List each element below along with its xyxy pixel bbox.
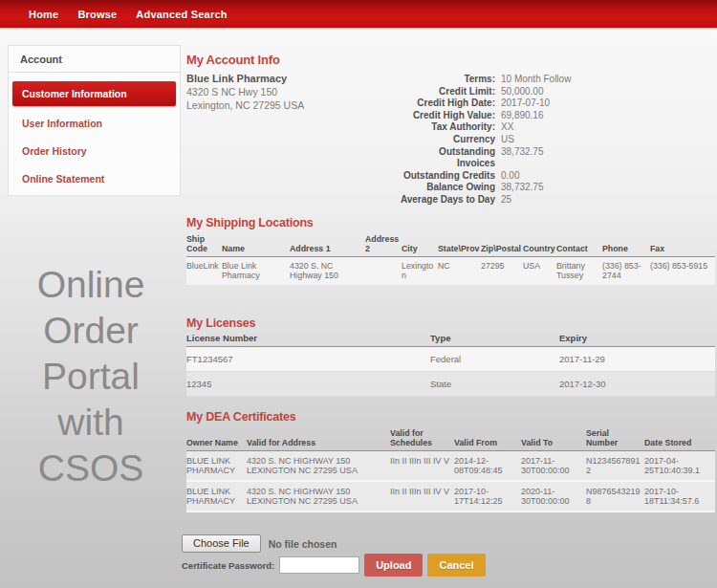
shipping-column-header: Name xyxy=(222,232,290,257)
cell-license-number: FT1234567 xyxy=(186,347,430,372)
account-field-value: 38,732.75 xyxy=(501,146,544,170)
account-field-row: Credit High Value: 69,890.16 xyxy=(400,110,653,122)
shipping-column-header: Zip\Postal xyxy=(481,232,523,257)
shipping-column-header: Contact xyxy=(556,232,602,257)
account-field-value: 69,890.16 xyxy=(501,110,544,122)
file-upload-row: Choose File No file chosen xyxy=(182,534,337,553)
table-row: FT1234567 Federal 2017-11-29 xyxy=(186,347,715,372)
cell-valid-address: 4320 S. NC HIGHWAY 150 LEXINGTON NC 2729… xyxy=(247,481,390,512)
licenses-table: License NumberTypeExpiry FT1234567 Feder… xyxy=(186,331,715,397)
account-field-row: Currency US xyxy=(400,134,653,146)
account-field-row: Terms: 10 Month Follow xyxy=(400,74,653,86)
account-field-label: Credit Limit: xyxy=(400,86,495,98)
account-field-label: Average Days to Day xyxy=(400,194,495,207)
account-field-row: Outstanding Credits 0.00 xyxy=(400,170,653,183)
shipping-column-header: Address 1 xyxy=(290,232,365,257)
account-field-row: Credit Limit: 50,000.00 xyxy=(400,86,653,98)
dea-column-header: Valid for Address xyxy=(247,426,390,451)
sidebar-items: Customer InformationUser InformationOrde… xyxy=(9,73,180,189)
dea-column-header: Date Stored xyxy=(644,426,715,451)
sidebar-title: Account xyxy=(9,46,180,73)
account-info-title: My Account Info xyxy=(186,53,280,67)
cell-valid-schedules: IIn II IIIn III IV V xyxy=(390,451,454,482)
account-fields: Terms: 10 Month Follow Credit Limit: 50,… xyxy=(400,74,653,207)
cell-license-expiry: 2017-12-30 xyxy=(559,372,715,397)
watermark-line: CSOS xyxy=(5,446,177,491)
shipping-header-row: Ship CodeNameAddress 1Address 2CityState… xyxy=(186,232,715,257)
cell-valid-schedules: IIn II IIIn III IV V xyxy=(390,481,454,512)
account-field-label: Outstanding Invoices xyxy=(400,146,495,170)
sidebar-item[interactable]: Customer Information xyxy=(12,81,176,106)
company-address-line1: 4320 S NC Hwy 150 xyxy=(186,85,304,98)
dea-column-header: Serial Number xyxy=(586,426,644,451)
cell-valid-address: 4320 S. NC HIGHWAY 150 LEXINGTON NC 2729… xyxy=(247,451,390,482)
sidebar-item[interactable]: Order History xyxy=(12,141,176,162)
dea-column-header: Owner Name xyxy=(186,426,247,451)
company-address-line2: Lexington, NC 27295 USA xyxy=(186,98,304,112)
cell-serial-number: N98765432198 xyxy=(586,481,644,512)
table-row: 12345 State 2017-12-30 xyxy=(186,372,715,397)
shipping-column-header: Country xyxy=(523,232,556,257)
shipping-column-header: Address 2 xyxy=(365,232,402,257)
dea-certificates-title: My DEA Certificates xyxy=(186,410,296,424)
dea-column-header: Valid for Schedules xyxy=(390,426,454,451)
cell-serial-number: N12345678912 xyxy=(586,451,644,482)
cell-fax: (336) 853-5915 xyxy=(650,257,715,286)
nav-item[interactable]: Browse xyxy=(77,9,117,20)
upload-button[interactable]: Upload xyxy=(364,554,423,577)
nav-items: HomeBrowseAdvanced Search xyxy=(29,9,228,20)
table-row: BLUE LINK PHARMACY 4320 S. NC HIGHWAY 15… xyxy=(186,451,715,482)
shipping-column-header: Phone xyxy=(602,232,650,257)
account-field-label: Tax Authority: xyxy=(400,121,495,134)
watermark-text: OnlineOrderPortalwithCSOS xyxy=(5,262,177,491)
cell-name: Blue Link Pharmacy xyxy=(222,257,290,286)
account-field-label: Credit High Value: xyxy=(400,110,495,122)
account-field-value: US xyxy=(501,134,514,146)
licenses-header-row: License NumberTypeExpiry xyxy=(186,331,715,347)
table-row: BLUE LINK PHARMACY 4320 S. NC HIGHWAY 15… xyxy=(186,481,715,512)
account-field-row: Tax Authority: XX xyxy=(400,121,653,134)
licenses-column-header: Expiry xyxy=(559,331,715,347)
cancel-button[interactable]: Cancel xyxy=(427,554,485,577)
cell-license-expiry: 2017-11-29 xyxy=(559,347,715,372)
cell-license-number: 12345 xyxy=(186,372,430,397)
cell-owner-name: BLUE LINK PHARMACY xyxy=(186,451,247,482)
watermark-line: Online xyxy=(5,262,177,308)
cell-zip: 27295 xyxy=(481,257,523,286)
sidebar: Account Customer InformationUser Informa… xyxy=(8,45,181,196)
account-field-value: 38,732.75 xyxy=(501,182,544,194)
cell-license-type: State xyxy=(430,372,559,397)
certificate-password-label: Certificate Password: xyxy=(182,560,274,571)
certificate-password-row: Certificate Password: Upload Cancel xyxy=(182,554,486,577)
watermark-line: Order xyxy=(5,308,177,354)
company-name: Blue Link Pharmacy xyxy=(186,72,304,85)
cell-valid-from: 2017-10-17T14:12:25 xyxy=(454,481,521,512)
dea-header-row: Owner NameValid for AddressValid for Sch… xyxy=(186,426,715,451)
account-field-row: Outstanding Invoices 38,732.75 xyxy=(400,146,653,170)
choose-file-button[interactable]: Choose File xyxy=(182,534,261,553)
licenses-title: My Licenses xyxy=(186,316,255,330)
account-field-value: 0.00 xyxy=(501,170,519,183)
shipping-column-header: City xyxy=(402,232,438,257)
cell-address1: 4320 S. NC Highway 150 xyxy=(290,257,365,286)
account-field-value: 50,000.00 xyxy=(501,86,544,98)
cell-valid-to: 2017-11-30T00:00:00 xyxy=(521,451,586,482)
shipping-locations-table: Ship CodeNameAddress 1Address 2CityState… xyxy=(186,232,715,286)
account-field-value: XX xyxy=(501,121,513,134)
shipping-column-header: Ship Code xyxy=(186,232,222,257)
cell-contact: Brittany Tussey xyxy=(556,257,602,286)
account-field-label: Balance Owing xyxy=(400,182,495,194)
cell-address2 xyxy=(365,257,402,286)
account-field-row: Credit High Date: 2017-07-10 xyxy=(400,98,653,110)
account-field-row: Balance Owing 38,732.75 xyxy=(400,182,653,194)
account-field-label: Terms: xyxy=(400,74,495,86)
company-address-block: Blue Link Pharmacy 4320 S NC Hwy 150 Lex… xyxy=(186,72,304,112)
nav-item[interactable]: Advanced Search xyxy=(136,9,227,20)
sidebar-item[interactable]: User Information xyxy=(12,113,176,134)
sidebar-item[interactable]: Online Statement xyxy=(12,168,176,189)
cell-license-type: Federal xyxy=(430,347,559,372)
cell-date-stored: 2017-04-25T10:40:39.1 xyxy=(644,451,715,482)
cell-owner-name: BLUE LINK PHARMACY xyxy=(186,481,247,512)
nav-item[interactable]: Home xyxy=(29,9,58,20)
certificate-password-input[interactable] xyxy=(279,556,359,574)
